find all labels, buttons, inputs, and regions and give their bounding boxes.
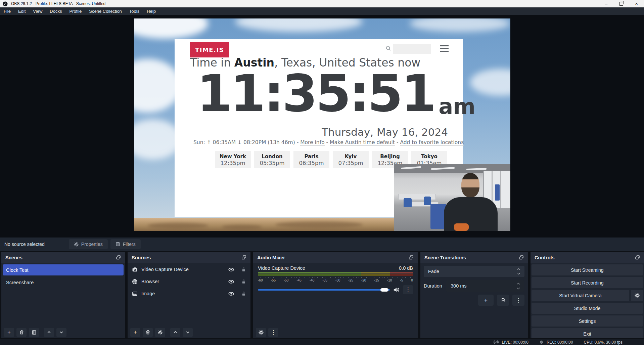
exit-button[interactable]: Exit bbox=[532, 328, 643, 338]
popout-icon[interactable] bbox=[116, 255, 121, 260]
move-scene-up-button[interactable] bbox=[44, 328, 54, 337]
gear-icon bbox=[635, 293, 640, 298]
properties-button[interactable]: Properties bbox=[69, 239, 108, 249]
mixer-menu-button[interactable]: ⋮ bbox=[403, 285, 413, 294]
menu-item[interactable]: View bbox=[29, 7, 46, 15]
filter-icon bbox=[116, 242, 120, 247]
source-properties-button[interactable] bbox=[155, 328, 165, 337]
source-item-video-capture[interactable]: Video Capture Device bbox=[128, 264, 250, 275]
filters-button[interactable]: Filters bbox=[110, 239, 141, 249]
menu-item[interactable]: File bbox=[0, 7, 14, 15]
settings-button[interactable]: Settings bbox=[532, 315, 643, 327]
controls-title: Controls bbox=[535, 255, 555, 260]
cloud bbox=[470, 69, 510, 96]
audio-mixer-panel: Audio Mixer Video Capture Device 0.0 dB … bbox=[253, 252, 418, 338]
move-scene-down-button[interactable] bbox=[56, 328, 66, 337]
audio-mixer-title: Audio Mixer bbox=[257, 255, 285, 260]
popout-icon[interactable] bbox=[241, 255, 246, 260]
transition-options-button[interactable]: ⋮ bbox=[512, 295, 524, 306]
add-transition-button[interactable]: + bbox=[478, 295, 494, 306]
chevron-up-icon bbox=[47, 330, 51, 335]
virtual-camera-config-button[interactable] bbox=[631, 290, 643, 301]
lock-icon[interactable] bbox=[241, 291, 246, 296]
search-icon bbox=[385, 45, 391, 51]
menu-item[interactable]: Tools bbox=[126, 7, 143, 15]
cloud bbox=[235, 18, 363, 32]
popout-icon[interactable] bbox=[635, 255, 640, 260]
orange-object bbox=[454, 223, 469, 231]
gears-icon bbox=[259, 330, 264, 335]
globe-icon bbox=[132, 279, 138, 285]
start-virtual-camera-button[interactable]: Start Virtual Camera bbox=[532, 290, 629, 301]
obs-window: OBS 29.1.2 - Profile: LLHLS BETA - Scene… bbox=[0, 0, 644, 345]
move-source-up-button[interactable] bbox=[170, 328, 180, 337]
duration-label: Duration bbox=[424, 283, 446, 289]
obs-logo-icon bbox=[3, 1, 8, 6]
rec-time: REC: 00:00:00 bbox=[547, 340, 573, 345]
menu-item[interactable]: Help bbox=[143, 7, 159, 15]
cloud bbox=[410, 18, 510, 32]
combo-arrows-icon bbox=[514, 268, 524, 275]
eye-icon[interactable] bbox=[228, 267, 234, 272]
meter-tick-labels: -60-55-50-45-40-35-30-25-20-15-10-50 bbox=[258, 278, 413, 282]
remove-source-button[interactable] bbox=[143, 328, 153, 337]
studio-mode-button[interactable]: Studio Mode bbox=[532, 303, 643, 314]
scene-item-screenshare[interactable]: Screenshare bbox=[3, 277, 124, 288]
advanced-audio-button[interactable] bbox=[256, 328, 266, 337]
sources-panel: Sources Video Capture Device Browser bbox=[128, 252, 250, 338]
source-item-image[interactable]: Image bbox=[128, 288, 250, 299]
mixer-level-db: 0.0 dB bbox=[399, 265, 413, 271]
mixer-options-button[interactable]: ⋮ bbox=[268, 328, 278, 337]
scene-item-clock-test[interactable]: Clock Test bbox=[3, 264, 124, 275]
menu-item[interactable]: Profile bbox=[65, 7, 85, 15]
popout-icon[interactable] bbox=[519, 255, 524, 260]
add-scene-button[interactable]: + bbox=[4, 328, 14, 337]
webcam-video bbox=[394, 164, 510, 231]
eye-icon[interactable] bbox=[228, 279, 234, 285]
city-time-box: New York 12:35pm bbox=[215, 151, 251, 168]
source-item-browser[interactable]: Browser bbox=[128, 276, 250, 287]
spinner-arrows-icon[interactable] bbox=[514, 282, 524, 290]
lock-icon[interactable] bbox=[241, 279, 246, 284]
city-time-box: London 05:35pm bbox=[254, 151, 290, 168]
gear-icon bbox=[158, 330, 163, 335]
move-source-down-button[interactable] bbox=[183, 328, 193, 337]
minimize-button[interactable]: – bbox=[599, 0, 614, 7]
cloud bbox=[134, 18, 208, 39]
controls-panel: Controls Start Streaming Start Recording… bbox=[531, 252, 644, 338]
cloud bbox=[134, 119, 181, 160]
transition-select[interactable]: Fade bbox=[424, 266, 524, 277]
preview-canvas[interactable]: TIME.IS Time in Austin, Texas, United St… bbox=[134, 18, 510, 231]
city-time-box: Kyiv 07:35pm bbox=[333, 151, 369, 168]
scene-filters-button[interactable] bbox=[29, 328, 39, 337]
eye-icon[interactable] bbox=[228, 291, 234, 297]
city-time-box: Paris 06:35pm bbox=[293, 151, 329, 168]
volume-slider-handle[interactable] bbox=[380, 288, 388, 292]
volume-slider[interactable] bbox=[258, 288, 390, 292]
timeis-link: Make Austin time default bbox=[330, 139, 395, 146]
window-title: OBS 29.1.2 - Profile: LLHLS BETA - Scene… bbox=[11, 1, 105, 6]
search-input bbox=[393, 44, 431, 54]
scenes-title: Scenes bbox=[5, 255, 22, 260]
scene-transitions-panel: Scene Transitions Fade Duration 300 ms bbox=[420, 252, 528, 338]
add-source-button[interactable]: + bbox=[130, 328, 140, 337]
start-streaming-button[interactable]: Start Streaming bbox=[532, 264, 643, 275]
popout-icon[interactable] bbox=[409, 255, 414, 260]
restore-button[interactable] bbox=[614, 0, 629, 7]
menu-item[interactable]: Edit bbox=[14, 7, 29, 15]
close-button[interactable]: × bbox=[629, 0, 644, 7]
filter-icon bbox=[32, 330, 37, 335]
remove-scene-button[interactable] bbox=[16, 328, 27, 337]
remove-transition-button[interactable] bbox=[497, 295, 509, 306]
meter-tickmarks bbox=[258, 277, 413, 278]
start-recording-button[interactable]: Start Recording bbox=[532, 277, 643, 288]
chevron-up-icon bbox=[173, 330, 178, 335]
duration-input[interactable]: 300 ms bbox=[446, 280, 524, 292]
trash-icon bbox=[501, 298, 506, 303]
menu-item[interactable]: Docks bbox=[46, 7, 65, 15]
speaker-icon[interactable] bbox=[393, 287, 400, 293]
menu-item[interactable]: Scene Collection bbox=[85, 7, 126, 15]
sun-info-line: Sun: ↑ 06:35AM ↓ 08:20PM (13h 46m) - Mor… bbox=[193, 139, 449, 145]
image-icon bbox=[132, 291, 138, 297]
lock-icon[interactable] bbox=[241, 267, 246, 272]
